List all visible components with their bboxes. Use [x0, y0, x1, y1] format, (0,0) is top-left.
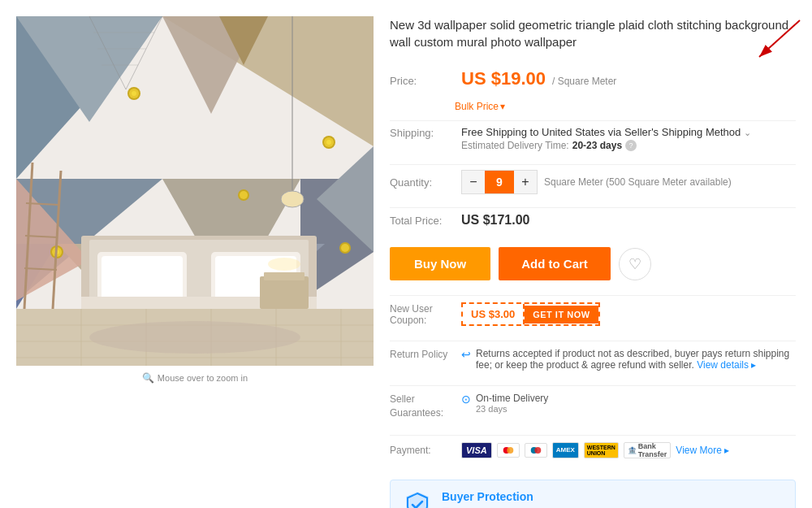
shipping-content: Free Shipping to United States via Selle… — [461, 126, 796, 151]
svg-point-35 — [281, 191, 304, 207]
payment-row: Payment: VISA AMEX WESTERNUNION — [390, 435, 796, 465]
coupon-box: US $3.00 GET IT NOW — [461, 302, 600, 326]
total-row: Total Price: US $171.00 — [390, 207, 796, 232]
quantity-decrease-button[interactable]: − — [462, 171, 485, 193]
zoom-hint: 🔍 Mouse over to zoom in — [142, 372, 248, 384]
protection-shield-icon — [403, 490, 432, 508]
buyer-protection-box: Buyer Protection ☑ Full Refund if you do… — [390, 480, 796, 508]
quantity-available: Square Meter (500 Square Meter available… — [544, 176, 732, 188]
bank-transfer-card: 🏦 BankTransfer — [624, 442, 672, 458]
quantity-increase-button[interactable]: + — [514, 171, 537, 193]
seller-guarantee-container: On-time Delivery 23 days — [476, 393, 548, 414]
bulk-price[interactable]: Bulk Price ▾ — [455, 101, 796, 112]
view-details-link[interactable]: View details ▸ — [697, 359, 756, 371]
svg-point-59 — [89, 321, 300, 354]
total-price-value: US $171.00 — [461, 213, 530, 228]
quantity-row: Quantity: − 9 + Square Meter (500 Square… — [390, 164, 796, 199]
visa-card: VISA — [461, 442, 492, 458]
mastercard-card — [497, 443, 520, 458]
seller-content: ⊙ On-time Delivery 23 days — [461, 393, 796, 414]
view-more-payment-link[interactable]: View More ▸ — [676, 445, 729, 456]
svg-point-61 — [507, 447, 513, 454]
price-row: Price: US $19.00 / Square Meter — [390, 62, 796, 96]
seller-guarantee-text: On-time Delivery — [476, 393, 548, 404]
left-panel: 🔍 Mouse over to zoom in — [16, 16, 374, 508]
amex-card: AMEX — [552, 442, 579, 458]
price-unit: / Square Meter — [552, 76, 616, 87]
return-icon: ↩ — [461, 348, 471, 361]
coupon-label: New UserCoupon: — [390, 303, 455, 326]
shipping-dropdown[interactable]: ⌄ — [744, 128, 751, 137]
svg-point-31 — [240, 191, 248, 199]
bank-icon: 🏦 — [628, 446, 637, 454]
delivery-icon: ⊙ — [461, 393, 471, 406]
protection-content: Buyer Protection ☑ Full Refund if you do… — [442, 490, 715, 508]
payment-icons: VISA AMEX WESTERNUNION 🏦 — [461, 442, 729, 458]
seller-days: 23 days — [476, 404, 548, 414]
get-coupon-button[interactable]: GET IT NOW — [525, 306, 598, 323]
svg-point-50 — [268, 258, 300, 271]
quantity-value: 9 — [485, 171, 514, 193]
shipping-method: Free Shipping to United States via Selle… — [461, 126, 796, 138]
help-icon[interactable]: ? — [625, 140, 637, 151]
policy-content: ↩ Returns accepted if product not as des… — [461, 348, 796, 371]
heart-icon: ♡ — [628, 255, 641, 273]
delivery-days: 20-23 days — [572, 140, 622, 151]
page-container: 🔍 Mouse over to zoom in New 3d wallpaper… — [0, 0, 812, 508]
bulk-price-arrow: ▾ — [500, 101, 505, 112]
product-title: New 3d wallpaper solid geometric triangl… — [390, 16, 796, 50]
action-row: Buy Now Add to Cart ♡ — [390, 241, 796, 287]
delivery-label: Estimated Delivery Time: — [461, 140, 569, 151]
search-icon: 🔍 — [142, 372, 154, 384]
right-panel: New 3d wallpaper solid geometric triangl… — [390, 16, 796, 508]
svg-rect-49 — [264, 272, 304, 280]
coupon-amount: US $3.00 — [463, 304, 525, 324]
product-image — [16, 16, 374, 366]
protection-title: Buyer Protection — [442, 490, 715, 503]
svg-point-63 — [534, 447, 541, 454]
wishlist-button[interactable]: ♡ — [619, 248, 651, 280]
payment-label: Payment: — [390, 445, 455, 456]
shipping-label: Shipping: — [390, 126, 455, 139]
coupon-row: New UserCoupon: US $3.00 GET IT NOW — [390, 295, 796, 332]
seller-label: SellerGuarantees: — [390, 393, 455, 420]
bulk-price-label: Bulk Price — [455, 101, 499, 112]
shipping-row: Shipping: Free Shipping to United States… — [390, 120, 796, 156]
add-to-cart-button[interactable]: Add to Cart — [499, 247, 611, 280]
policy-text-container: Returns accepted if product not as descr… — [476, 348, 796, 371]
svg-rect-44 — [102, 256, 183, 301]
price-label: Price: — [390, 75, 455, 87]
return-policy-row: Return Policy ↩ Returns accepted if prod… — [390, 341, 796, 377]
quantity-controls: − 9 + — [461, 170, 538, 194]
price-value: US $19.00 — [461, 68, 546, 89]
svg-point-33 — [341, 244, 349, 252]
svg-point-23 — [132, 91, 136, 96]
western-union-card: WESTERNUNION — [584, 442, 619, 458]
buy-now-button[interactable]: Buy Now — [390, 247, 490, 280]
total-price-label: Total Price: — [390, 214, 455, 227]
shipping-method-text: Free Shipping to United States via Selle… — [461, 126, 741, 138]
quantity-label: Quantity: — [390, 176, 455, 189]
return-policy-label: Return Policy — [390, 348, 455, 360]
delivery-time: Estimated Delivery Time: 20-23 days ? — [461, 140, 796, 151]
seller-guarantees-row: SellerGuarantees: ⊙ On-time Delivery 23 … — [390, 385, 796, 427]
svg-rect-48 — [260, 276, 309, 309]
maestro-card — [525, 443, 547, 458]
zoom-hint-text: Mouse over to zoom in — [158, 373, 248, 383]
svg-point-26 — [326, 140, 331, 145]
